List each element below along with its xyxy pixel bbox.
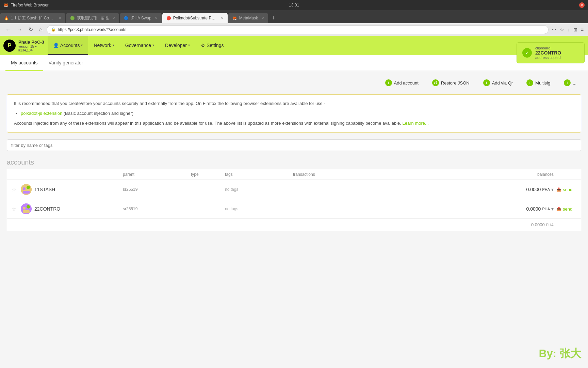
- account-tags-row1: no tags: [225, 187, 293, 192]
- brand-block: #134,184: [18, 48, 44, 52]
- page-tabs: My accountsVanity generator: [0, 55, 588, 71]
- tab-icon: 🔥: [4, 16, 9, 20]
- chevron-developer: ▾: [188, 43, 190, 47]
- send-label-row2: send: [563, 206, 572, 212]
- balance-dropdown-row2[interactable]: ▾: [551, 206, 554, 212]
- clipboard-notification: ✓ clipboard 22CONTRO address copied: [517, 42, 585, 63]
- tab-close-icon[interactable]: ✕: [155, 16, 158, 20]
- clipboard-text: clipboard 22CONTRO address copied: [535, 46, 561, 60]
- info-main-text: It is recommended that you create/store …: [14, 100, 574, 107]
- chevron-accounts: ▾: [81, 43, 83, 47]
- svg-point-5: [23, 207, 26, 210]
- action-btn-add-account[interactable]: + Add account: [380, 77, 423, 89]
- account-tags-row2: no tags: [225, 206, 293, 211]
- tab-close-icon[interactable]: ✕: [261, 16, 264, 20]
- main-nav: 👤Accounts▾Network▾Governance▾Developer▾⚙…: [48, 36, 229, 55]
- browser-tab-tab2[interactable]: 🟢 获取测试币 · 语雀 ✕: [66, 13, 119, 23]
- extensions-button[interactable]: ⋯: [551, 26, 557, 33]
- action-icon-multisig: +: [526, 79, 533, 86]
- nav-label-developer: Developer: [165, 43, 187, 48]
- accounts-table-header: parent type tags transactions balances: [7, 169, 581, 180]
- account-balance-row2: 0.0000 PHA ▾: [503, 206, 554, 212]
- nav-label-governance: Governance: [125, 43, 151, 48]
- bookmark-button[interactable]: ☆: [559, 26, 565, 33]
- tab-close-icon[interactable]: ✕: [59, 16, 61, 20]
- filter-bar: [7, 139, 581, 151]
- svg-rect-3: [23, 191, 30, 194]
- col-transactions: transactions: [293, 172, 503, 177]
- nav-extras: ⋯ ☆ ↓ ⊞ ≡: [551, 26, 585, 33]
- nav-item-settings[interactable]: ⚙Settings: [195, 36, 229, 55]
- send-btn-row1[interactable]: 📤 send: [554, 186, 581, 194]
- action-icon-add-via-qr: +: [483, 79, 490, 86]
- forward-button[interactable]: →: [15, 25, 24, 34]
- tab-icon: 🔵: [124, 16, 129, 20]
- browser-tab-tab5[interactable]: 🦊 MetaMask ✕: [228, 13, 268, 23]
- nav-item-governance[interactable]: Governance▾: [120, 36, 160, 55]
- tab-close-icon[interactable]: ✕: [221, 16, 224, 20]
- clipboard-description: address copied: [535, 56, 561, 60]
- page-tab-my-accounts[interactable]: My accounts: [5, 55, 43, 71]
- balance-value-row1: 0.0000: [526, 187, 541, 192]
- balance-value-row2: 0.0000: [526, 206, 541, 212]
- os-titlebar: 🦊 Firefox Web Browser 13:01 ✕: [0, 0, 588, 10]
- brand-version: version 15 ▾: [18, 45, 44, 48]
- nav-item-network[interactable]: Network▾: [88, 36, 119, 55]
- account-parent-row1: sr25519: [123, 187, 191, 192]
- download-button[interactable]: ↓: [567, 26, 571, 33]
- action-label-add-via-qr: Add via Qr: [492, 80, 513, 86]
- account-row-row1: ☆ 11STASH sr25519 no tags 0.0000 PHA ▾ 📤…: [7, 180, 581, 199]
- info-secondary-text: Accounts injected from any of these exte…: [14, 120, 574, 127]
- page-tab-vanity-generator[interactable]: Vanity generator: [43, 55, 89, 71]
- action-btn-restore-json[interactable]: ↺ Restore JSON: [427, 77, 474, 89]
- send-btn-row2[interactable]: 📤 send: [554, 205, 581, 213]
- main-content: My accountsVanity generator + Add accoun…: [0, 55, 588, 260]
- learn-more-link[interactable]: Learn more...: [403, 121, 429, 126]
- browser-tab-tab1[interactable]: 🔥 1.1 矿工 Stash 和 Contr... ✕: [0, 13, 65, 23]
- star-col-row1[interactable]: ☆: [7, 186, 21, 193]
- filter-input[interactable]: [11, 143, 577, 148]
- action-btn-add-via-qr[interactable]: + Add via Qr: [478, 77, 518, 89]
- balance-total-row: 0.0000 PHA: [7, 219, 581, 231]
- reload-button[interactable]: ↻: [27, 25, 35, 34]
- browser-navbar: ← → ↻ ⌂ 🔒 https://poc3.phala.network/#/a…: [0, 23, 588, 36]
- browser-tab-tab4[interactable]: 🔴 Polkadot/Substrate Port... ✕: [162, 13, 228, 23]
- clipboard-check-icon: ✓: [522, 48, 532, 58]
- os-time: 13:01: [289, 3, 299, 7]
- action-btn-multisig[interactable]: + Multisig: [522, 77, 555, 89]
- window-close-button[interactable]: ✕: [579, 2, 585, 8]
- grid-button[interactable]: ⊞: [572, 26, 578, 33]
- app-header: P Phala PoC-3 version 15 ▾ #134,184 👤Acc…: [0, 36, 588, 55]
- menu-button[interactable]: ≡: [580, 26, 585, 33]
- new-tab-button[interactable]: +: [269, 13, 278, 23]
- home-button[interactable]: ⌂: [37, 25, 45, 34]
- col-parent: parent: [123, 172, 191, 177]
- browser-tab-tab3[interactable]: 🔵 tPHA Swap ✕: [120, 13, 162, 23]
- svg-point-6: [27, 205, 30, 209]
- nav-item-accounts[interactable]: 👤Accounts▾: [48, 36, 88, 55]
- col-type: type: [191, 172, 225, 177]
- balance-unit-row2: PHA: [542, 207, 550, 211]
- action-icon-add-account: +: [385, 79, 392, 86]
- tab-icon: 🦊: [232, 16, 237, 20]
- action-btn-more[interactable]: + ...: [559, 77, 581, 89]
- balance-unit-row1: PHA: [542, 187, 550, 191]
- star-col-row2[interactable]: ☆: [7, 206, 21, 212]
- chevron-network: ▾: [113, 43, 114, 47]
- brand: P Phala PoC-3 version 15 ▾ #134,184: [3, 40, 48, 52]
- svg-point-2: [27, 186, 30, 189]
- svg-rect-7: [23, 210, 30, 213]
- account-row-row2: ☆ 22CONTRO sr25519 no tags 0.0000 PHA ▾ …: [7, 199, 581, 219]
- action-label-add-account: Add account: [394, 80, 419, 86]
- back-button[interactable]: ←: [3, 25, 13, 34]
- balance-dropdown-row1[interactable]: ▾: [551, 187, 554, 192]
- polkadot-js-link[interactable]: polkadot-js extension: [21, 111, 62, 116]
- tab-close-icon[interactable]: ✕: [112, 16, 115, 20]
- clipboard-account-name: 22CONTRO: [535, 50, 561, 56]
- avatar-svg-row1: [21, 184, 32, 195]
- address-bar[interactable]: 🔒 https://poc3.phala.network/#/accounts: [47, 25, 549, 34]
- nav-item-developer[interactable]: Developer▾: [160, 36, 195, 55]
- nav-label-network: Network: [94, 43, 111, 48]
- tab-icon: 🟢: [70, 16, 75, 20]
- lock-icon: 🔒: [51, 27, 56, 32]
